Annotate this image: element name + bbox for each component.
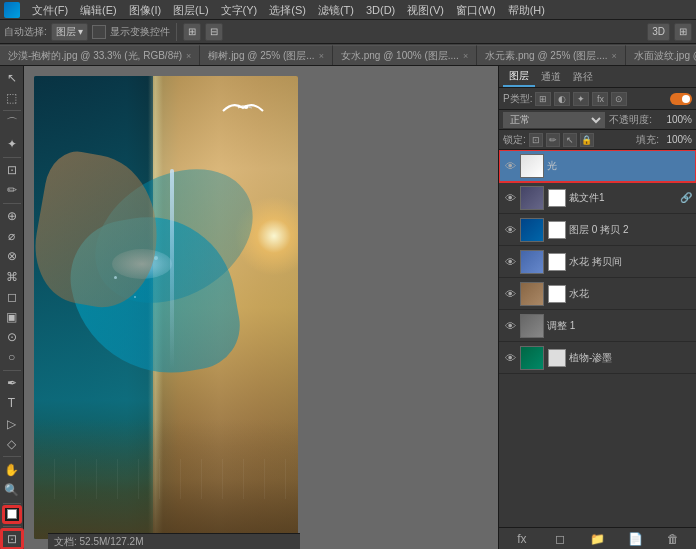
tool-eraser[interactable]: ◻ [1,287,23,306]
tool-hand[interactable]: ✋ [1,460,23,479]
tab-4[interactable]: 水面波纹.jpg @ 33.3%... × [626,45,696,65]
tool-select[interactable]: ⬚ [1,88,23,107]
layer-item-4[interactable]: 👁 水花 [499,278,696,310]
transform-checkbox[interactable] [92,25,106,39]
3d-btn[interactable]: 3D [647,23,670,41]
tool-heal[interactable]: ⊕ [1,207,23,226]
layer-visibility-6[interactable]: 👁 [503,351,517,365]
opacity-value: 100% [656,114,692,125]
filter-type-btn[interactable]: ⊞ [535,92,551,106]
tab-0[interactable]: 沙漠-抱树的.jpg @ 33.3% (光, RGB/8#) × [0,45,200,65]
tool-pen[interactable]: ✒ [1,374,23,393]
layer-name-1: 裁文件1 [569,191,677,205]
tab-paths[interactable]: 路径 [567,68,599,86]
transform-label: 显示变换控件 [110,25,170,39]
menu-layer[interactable]: 图层(L) [167,0,214,20]
layer-thumb-0 [520,154,544,178]
layer-item-6[interactable]: 👁 植物-渗墨 [499,342,696,374]
lock-move-btn[interactable]: ↖ [563,133,577,147]
svg-point-0 [244,105,248,109]
layer-visibility-0[interactable]: 👁 [503,159,517,173]
layer-mask-1 [548,189,566,207]
tool-dodge[interactable]: ○ [1,348,23,367]
lock-transparent-btn[interactable]: ⊡ [529,133,543,147]
arrange-btn[interactable]: ⊞ [674,23,692,41]
tool-history[interactable]: ⌘ [1,267,23,286]
layer-item-1[interactable]: 👁 裁文件1 🔗 [499,182,696,214]
tab-close-1[interactable]: × [319,51,324,61]
lock-all-btn[interactable]: 🔒 [580,133,594,147]
layers-list: 👁 光 👁 裁文件1 🔗 👁 图层 0 拷贝 2 [499,150,696,527]
tool-move[interactable]: ↖ [1,68,23,87]
menu-window[interactable]: 窗口(W) [450,0,502,20]
toolbar: ↖ ⬚ ⌒ ✦ ⊡ ✏ ⊕ ⌀ ⊗ ⌘ ◻ ▣ ⊙ ○ ✒ T ▷ ◇ ✋ 🔍 … [0,66,24,549]
delete-layer-btn[interactable]: 🗑 [664,531,682,547]
layers-filter: P类型: ⊞ ◐ ✦ fx ⊙ [499,88,696,110]
new-layer-btn[interactable]: 📄 [626,531,644,547]
tool-foreground-color[interactable] [3,506,21,522]
layer-item-3[interactable]: 👁 水花 拷贝间 [499,246,696,278]
filter-mode-btn[interactable]: ⊙ [611,92,627,106]
layer-item-2[interactable]: 👁 图层 0 拷贝 2 [499,214,696,246]
layer-visibility-4[interactable]: 👁 [503,287,517,301]
layer-item-0[interactable]: 👁 光 [499,150,696,182]
menu-select[interactable]: 选择(S) [263,0,312,20]
layer-visibility-5[interactable]: 👁 [503,319,517,333]
filter-smart-btn[interactable]: ✦ [573,92,589,106]
menu-text[interactable]: 文字(Y) [215,0,264,20]
menu-filter[interactable]: 滤镜(T) [312,0,360,20]
menu-help[interactable]: 帮助(H) [502,0,551,20]
tool-magic-wand[interactable]: ✦ [1,134,23,153]
new-group-btn[interactable]: 📁 [588,531,606,547]
layer-item-5[interactable]: 👁 调整 1 [499,310,696,342]
tab-close-3[interactable]: × [612,51,617,61]
layer-thumb-3 [520,250,544,274]
tab-layers[interactable]: 图层 [503,67,535,87]
tab-3[interactable]: 水元素.png @ 25% (图层.... × [477,45,626,65]
tool-crop[interactable]: ⊡ [1,160,23,179]
tool-shape[interactable]: ◇ [1,434,23,453]
tool-gradient[interactable]: ▣ [1,307,23,326]
tool-text[interactable]: T [1,394,23,413]
tool-separator-7 [3,526,21,527]
tool-separator-5 [3,456,21,457]
add-mask-btn[interactable]: ◻ [551,531,569,547]
align-btn[interactable]: ⊞ [183,23,201,41]
menu-view[interactable]: 视图(V) [401,0,450,20]
layer-visibility-2[interactable]: 👁 [503,223,517,237]
blend-mode-dropdown[interactable]: 正常 [503,112,605,128]
tool-eyedropper[interactable]: ✏ [1,181,23,200]
layer-thumb-1 [520,186,544,210]
tool-zoom[interactable]: 🔍 [1,480,23,499]
distribute-btn[interactable]: ⊟ [205,23,223,41]
tool-clone[interactable]: ⊗ [1,247,23,266]
add-style-btn[interactable]: fx [513,531,531,547]
filter-color-btn[interactable]: ◐ [554,92,570,106]
layer-thumb-6 [520,346,544,370]
tool-separator-4 [3,370,21,371]
tool-quick-mask[interactable]: ⊡ [1,529,23,549]
filter-effect-btn[interactable]: fx [592,92,608,106]
layer-visibility-1[interactable]: 👁 [503,191,517,205]
tab-2[interactable]: 女水.png @ 100% (图层.... × [333,45,477,65]
menu-edit[interactable]: 编辑(E) [74,0,123,20]
tab-channels[interactable]: 通道 [535,68,567,86]
menu-file[interactable]: 文件(F) [26,0,74,20]
canvas-area[interactable]: 文档: 52.5M/127.2M [24,66,498,549]
menu-3d[interactable]: 3D(D) [360,0,401,20]
auto-select-dropdown[interactable]: 图层 ▾ [51,23,88,41]
filter-toggle[interactable] [670,93,692,105]
layer-mask-2 [548,221,566,239]
lock-paint-btn[interactable]: ✏ [546,133,560,147]
filter-label: P类型: [503,92,532,106]
tool-blur[interactable]: ⊙ [1,328,23,347]
tool-path-select[interactable]: ▷ [1,414,23,433]
tool-lasso[interactable]: ⌒ [1,114,23,133]
tool-brush[interactable]: ⌀ [1,227,23,246]
tab-close-2[interactable]: × [463,51,468,61]
menu-image[interactable]: 图像(I) [123,0,167,20]
layer-visibility-3[interactable]: 👁 [503,255,517,269]
tool-separator-6 [3,503,21,504]
tab-close-0[interactable]: × [186,51,191,61]
tab-1[interactable]: 柳树.jpg @ 25% (图层... × [200,45,333,65]
